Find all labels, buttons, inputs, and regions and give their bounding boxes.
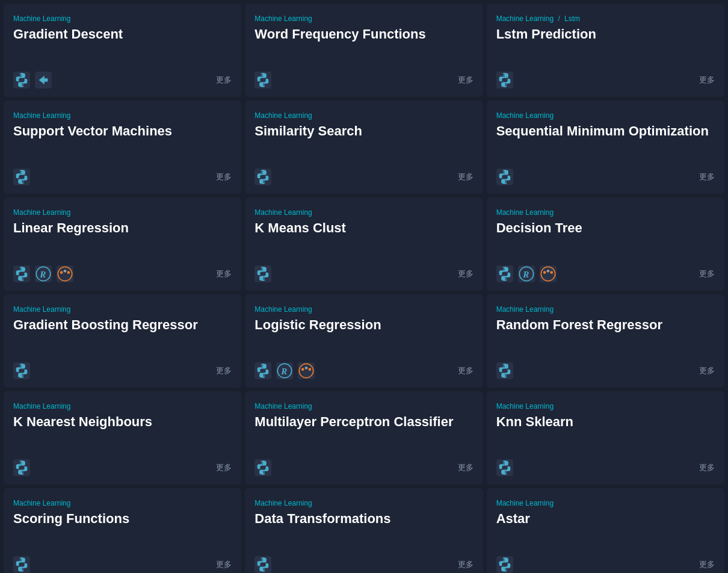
jupyter-icon — [57, 265, 73, 282]
more-button[interactable]: 更多 — [458, 559, 474, 570]
python-icon — [13, 556, 30, 573]
more-button[interactable]: 更多 — [216, 75, 232, 85]
more-button[interactable]: 更多 — [458, 268, 474, 279]
card-title: Logistic Regression — [254, 317, 473, 353]
python-icon — [13, 459, 30, 476]
card-title: Similarity Search — [254, 123, 473, 159]
arrow-icon — [35, 72, 52, 88]
python-icon — [254, 459, 271, 476]
r-icon: R — [276, 362, 293, 379]
card-icons — [254, 72, 271, 88]
python-icon — [496, 169, 513, 185]
card-support-vector[interactable]: Machine Learning Support Vector Machines… — [4, 101, 241, 194]
card-category: Machine Learning — [496, 208, 715, 217]
card-lstm-prediction[interactable]: Machine Learning / Lstm Lstm Prediction … — [487, 4, 724, 97]
card-multilayer[interactable]: Machine Learning Multilayer Perceptron C… — [245, 391, 483, 485]
card-icons: R — [496, 265, 557, 282]
card-knn-sklearn[interactable]: Machine Learning Knn Sklearn 更多 — [487, 391, 724, 485]
card-title: Scoring Functions — [13, 511, 232, 547]
card-title: Multilayer Perceptron Classifier — [254, 414, 473, 450]
card-category: Machine Learning / Lstm — [496, 14, 715, 23]
python-icon — [496, 72, 513, 88]
svg-text:R: R — [522, 269, 529, 279]
card-icons — [13, 459, 30, 476]
more-button[interactable]: 更多 — [216, 172, 232, 182]
jupyter-icon — [298, 362, 315, 379]
card-footer: 更多 — [13, 72, 232, 88]
more-button[interactable]: 更多 — [699, 559, 715, 570]
card-icons — [254, 556, 271, 573]
card-category: Machine Learning — [13, 14, 232, 23]
more-button[interactable]: 更多 — [216, 268, 232, 279]
more-button[interactable]: 更多 — [699, 75, 715, 85]
more-button[interactable]: 更多 — [699, 462, 715, 473]
svg-point-10 — [546, 270, 549, 273]
card-icons — [13, 362, 30, 379]
python-icon — [13, 362, 30, 379]
card-category: Machine Learning — [13, 208, 232, 217]
more-button[interactable]: 更多 — [216, 365, 232, 376]
card-gradient-boosting[interactable]: Machine Learning Gradient Boosting Regre… — [4, 294, 241, 388]
card-category: Machine Learning — [254, 305, 473, 314]
more-button[interactable]: 更多 — [458, 172, 474, 182]
more-button[interactable]: 更多 — [458, 75, 474, 85]
card-random-forest[interactable]: Machine Learning Random Forest Regressor… — [487, 294, 724, 388]
card-footer: 更多 — [496, 72, 715, 88]
r-icon: R — [35, 265, 52, 282]
python-icon — [13, 169, 30, 185]
card-title: Random Forest Regressor — [496, 317, 715, 353]
card-linear-regression[interactable]: Machine Learning Linear Regression R 更多 — [4, 197, 241, 291]
card-title: Lstm Prediction — [496, 26, 715, 62]
svg-point-14 — [300, 364, 313, 377]
card-grid: Machine Learning Gradient Descent 更多 Mac… — [0, 0, 728, 573]
card-footer: 更多 — [254, 459, 473, 476]
python-icon — [254, 72, 271, 88]
card-k-nearest[interactable]: Machine Learning K Nearest Neighbours 更多 — [4, 391, 241, 485]
more-button[interactable]: 更多 — [216, 462, 232, 473]
card-footer: 更多 — [496, 169, 715, 185]
card-sequential-min[interactable]: Machine Learning Sequential Minimum Opti… — [487, 101, 724, 194]
card-category: Machine Learning — [496, 305, 715, 314]
more-button[interactable]: 更多 — [216, 559, 232, 570]
card-footer: 更多 — [496, 362, 715, 379]
more-button[interactable]: 更多 — [699, 172, 715, 182]
card-data-transformations[interactable]: Machine Learning Data Transformations 更多 — [245, 488, 483, 573]
card-category: Machine Learning — [13, 402, 232, 410]
breadcrumb-sub: Lstm — [564, 14, 580, 23]
card-category: Machine Learning — [254, 111, 473, 120]
card-category: Machine Learning — [496, 402, 715, 410]
card-title: Astar — [496, 511, 715, 547]
svg-text:R: R — [280, 366, 287, 376]
card-category: Machine Learning — [254, 499, 473, 507]
svg-point-5 — [67, 271, 70, 274]
more-button[interactable]: 更多 — [458, 365, 474, 376]
card-icons — [13, 169, 30, 185]
card-astar[interactable]: Machine Learning Astar 更多 — [487, 488, 724, 573]
card-gradient-descent[interactable]: Machine Learning Gradient Descent 更多 — [4, 4, 241, 97]
card-title: Data Transformations — [254, 511, 473, 547]
card-decision-tree[interactable]: Machine Learning Decision Tree R 更多 — [487, 197, 724, 291]
card-similarity-search[interactable]: Machine Learning Similarity Search 更多 — [245, 101, 483, 194]
more-button[interactable]: 更多 — [458, 462, 474, 473]
card-k-means[interactable]: Machine Learning K Means Clust 更多 — [245, 197, 483, 291]
card-icons — [496, 556, 513, 573]
card-category: Machine Learning — [496, 499, 715, 507]
card-category: Machine Learning — [13, 499, 232, 507]
card-title: Gradient Boosting Regressor — [13, 317, 232, 353]
card-footer: 更多 — [496, 459, 715, 476]
card-title: Gradient Descent — [13, 26, 232, 62]
svg-point-11 — [550, 271, 553, 274]
more-button[interactable]: 更多 — [699, 268, 715, 279]
python-icon — [13, 72, 30, 88]
python-icon — [496, 459, 513, 476]
r-icon: R — [518, 265, 535, 282]
card-word-frequency[interactable]: Machine Learning Word Frequency Function… — [245, 4, 483, 97]
card-icons: R — [13, 265, 73, 282]
card-logistic-regression[interactable]: Machine Learning Logistic Regression R 更… — [245, 294, 483, 388]
card-icons — [254, 265, 271, 282]
card-scoring-functions[interactable]: Machine Learning Scoring Functions 更多 — [4, 488, 241, 573]
svg-point-9 — [543, 271, 546, 274]
card-category: Machine Learning — [254, 208, 473, 217]
more-button[interactable]: 更多 — [699, 365, 715, 376]
svg-point-17 — [309, 368, 312, 371]
